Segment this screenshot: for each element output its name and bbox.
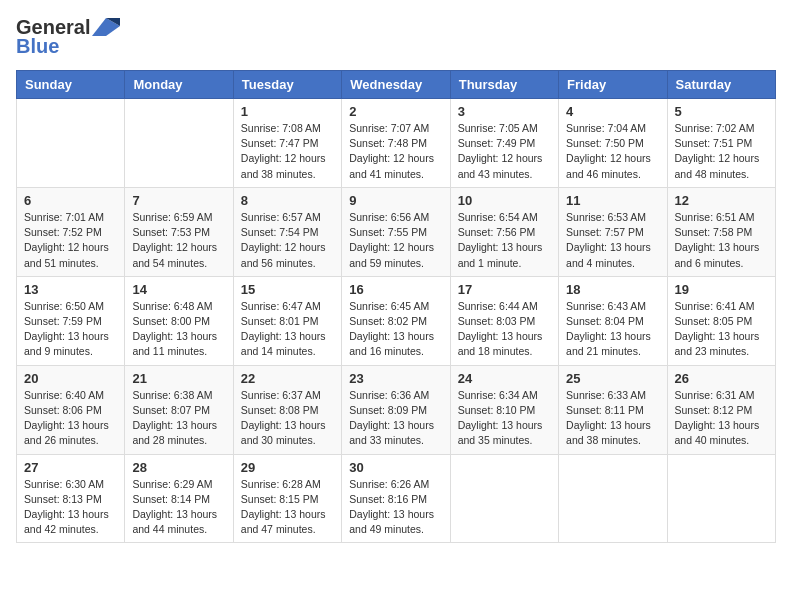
calendar-week-2: 6Sunrise: 7:01 AM Sunset: 7:52 PM Daylig… [17,187,776,276]
calendar-cell: 12Sunrise: 6:51 AM Sunset: 7:58 PM Dayli… [667,187,775,276]
calendar-cell: 8Sunrise: 6:57 AM Sunset: 7:54 PM Daylig… [233,187,341,276]
day-info: Sunrise: 6:43 AM Sunset: 8:04 PM Dayligh… [566,299,659,360]
calendar-cell: 21Sunrise: 6:38 AM Sunset: 8:07 PM Dayli… [125,365,233,454]
weekday-header-friday: Friday [559,71,667,99]
day-info: Sunrise: 6:51 AM Sunset: 7:58 PM Dayligh… [675,210,768,271]
calendar-cell: 9Sunrise: 6:56 AM Sunset: 7:55 PM Daylig… [342,187,450,276]
day-number: 25 [566,371,659,386]
day-number: 11 [566,193,659,208]
calendar-cell: 24Sunrise: 6:34 AM Sunset: 8:10 PM Dayli… [450,365,558,454]
day-info: Sunrise: 6:53 AM Sunset: 7:57 PM Dayligh… [566,210,659,271]
calendar-cell: 13Sunrise: 6:50 AM Sunset: 7:59 PM Dayli… [17,276,125,365]
logo-blue-text: Blue [16,35,59,58]
calendar-cell: 26Sunrise: 6:31 AM Sunset: 8:12 PM Dayli… [667,365,775,454]
day-number: 7 [132,193,225,208]
weekday-header-sunday: Sunday [17,71,125,99]
day-number: 8 [241,193,334,208]
day-number: 4 [566,104,659,119]
day-info: Sunrise: 6:34 AM Sunset: 8:10 PM Dayligh… [458,388,551,449]
page-header: General Blue [16,16,776,58]
calendar-cell: 27Sunrise: 6:30 AM Sunset: 8:13 PM Dayli… [17,454,125,543]
day-number: 10 [458,193,551,208]
calendar-week-1: 1Sunrise: 7:08 AM Sunset: 7:47 PM Daylig… [17,99,776,188]
calendar-cell: 29Sunrise: 6:28 AM Sunset: 8:15 PM Dayli… [233,454,341,543]
calendar-week-3: 13Sunrise: 6:50 AM Sunset: 7:59 PM Dayli… [17,276,776,365]
calendar-cell: 1Sunrise: 7:08 AM Sunset: 7:47 PM Daylig… [233,99,341,188]
calendar-week-4: 20Sunrise: 6:40 AM Sunset: 8:06 PM Dayli… [17,365,776,454]
day-info: Sunrise: 6:37 AM Sunset: 8:08 PM Dayligh… [241,388,334,449]
day-info: Sunrise: 6:47 AM Sunset: 8:01 PM Dayligh… [241,299,334,360]
day-number: 21 [132,371,225,386]
calendar-cell [450,454,558,543]
calendar-cell: 4Sunrise: 7:04 AM Sunset: 7:50 PM Daylig… [559,99,667,188]
day-number: 16 [349,282,442,297]
day-info: Sunrise: 6:50 AM Sunset: 7:59 PM Dayligh… [24,299,117,360]
day-number: 22 [241,371,334,386]
logo-icon [92,18,120,38]
day-number: 26 [675,371,768,386]
day-number: 5 [675,104,768,119]
day-info: Sunrise: 7:01 AM Sunset: 7:52 PM Dayligh… [24,210,117,271]
calendar-table: SundayMondayTuesdayWednesdayThursdayFrid… [16,70,776,543]
day-number: 12 [675,193,768,208]
calendar-cell: 11Sunrise: 6:53 AM Sunset: 7:57 PM Dayli… [559,187,667,276]
day-info: Sunrise: 6:40 AM Sunset: 8:06 PM Dayligh… [24,388,117,449]
day-info: Sunrise: 6:45 AM Sunset: 8:02 PM Dayligh… [349,299,442,360]
day-info: Sunrise: 6:59 AM Sunset: 7:53 PM Dayligh… [132,210,225,271]
calendar-cell: 6Sunrise: 7:01 AM Sunset: 7:52 PM Daylig… [17,187,125,276]
calendar-cell [125,99,233,188]
day-info: Sunrise: 7:07 AM Sunset: 7:48 PM Dayligh… [349,121,442,182]
day-number: 9 [349,193,442,208]
day-number: 14 [132,282,225,297]
day-number: 24 [458,371,551,386]
day-number: 3 [458,104,551,119]
day-info: Sunrise: 6:36 AM Sunset: 8:09 PM Dayligh… [349,388,442,449]
day-info: Sunrise: 6:48 AM Sunset: 8:00 PM Dayligh… [132,299,225,360]
day-number: 23 [349,371,442,386]
day-number: 2 [349,104,442,119]
weekday-header-monday: Monday [125,71,233,99]
day-info: Sunrise: 6:44 AM Sunset: 8:03 PM Dayligh… [458,299,551,360]
calendar-cell: 3Sunrise: 7:05 AM Sunset: 7:49 PM Daylig… [450,99,558,188]
day-info: Sunrise: 6:28 AM Sunset: 8:15 PM Dayligh… [241,477,334,538]
day-number: 1 [241,104,334,119]
day-number: 30 [349,460,442,475]
day-number: 17 [458,282,551,297]
weekday-header-tuesday: Tuesday [233,71,341,99]
day-info: Sunrise: 6:57 AM Sunset: 7:54 PM Dayligh… [241,210,334,271]
day-info: Sunrise: 7:04 AM Sunset: 7:50 PM Dayligh… [566,121,659,182]
day-number: 6 [24,193,117,208]
weekday-header-row: SundayMondayTuesdayWednesdayThursdayFrid… [17,71,776,99]
calendar-cell: 22Sunrise: 6:37 AM Sunset: 8:08 PM Dayli… [233,365,341,454]
calendar-cell: 14Sunrise: 6:48 AM Sunset: 8:00 PM Dayli… [125,276,233,365]
day-number: 18 [566,282,659,297]
day-info: Sunrise: 6:30 AM Sunset: 8:13 PM Dayligh… [24,477,117,538]
calendar-week-5: 27Sunrise: 6:30 AM Sunset: 8:13 PM Dayli… [17,454,776,543]
calendar-cell: 15Sunrise: 6:47 AM Sunset: 8:01 PM Dayli… [233,276,341,365]
calendar-cell: 23Sunrise: 6:36 AM Sunset: 8:09 PM Dayli… [342,365,450,454]
weekday-header-wednesday: Wednesday [342,71,450,99]
calendar-cell: 2Sunrise: 7:07 AM Sunset: 7:48 PM Daylig… [342,99,450,188]
day-info: Sunrise: 6:33 AM Sunset: 8:11 PM Dayligh… [566,388,659,449]
calendar-cell: 7Sunrise: 6:59 AM Sunset: 7:53 PM Daylig… [125,187,233,276]
day-info: Sunrise: 6:38 AM Sunset: 8:07 PM Dayligh… [132,388,225,449]
calendar-cell: 18Sunrise: 6:43 AM Sunset: 8:04 PM Dayli… [559,276,667,365]
calendar-cell: 5Sunrise: 7:02 AM Sunset: 7:51 PM Daylig… [667,99,775,188]
calendar-cell: 28Sunrise: 6:29 AM Sunset: 8:14 PM Dayli… [125,454,233,543]
day-info: Sunrise: 6:31 AM Sunset: 8:12 PM Dayligh… [675,388,768,449]
day-number: 19 [675,282,768,297]
day-number: 15 [241,282,334,297]
day-info: Sunrise: 6:54 AM Sunset: 7:56 PM Dayligh… [458,210,551,271]
calendar-cell: 10Sunrise: 6:54 AM Sunset: 7:56 PM Dayli… [450,187,558,276]
day-number: 29 [241,460,334,475]
day-number: 27 [24,460,117,475]
calendar-cell: 30Sunrise: 6:26 AM Sunset: 8:16 PM Dayli… [342,454,450,543]
day-info: Sunrise: 6:29 AM Sunset: 8:14 PM Dayligh… [132,477,225,538]
weekday-header-saturday: Saturday [667,71,775,99]
calendar-cell [559,454,667,543]
day-info: Sunrise: 7:08 AM Sunset: 7:47 PM Dayligh… [241,121,334,182]
calendar-cell: 19Sunrise: 6:41 AM Sunset: 8:05 PM Dayli… [667,276,775,365]
weekday-header-thursday: Thursday [450,71,558,99]
day-info: Sunrise: 7:05 AM Sunset: 7:49 PM Dayligh… [458,121,551,182]
calendar-cell [667,454,775,543]
